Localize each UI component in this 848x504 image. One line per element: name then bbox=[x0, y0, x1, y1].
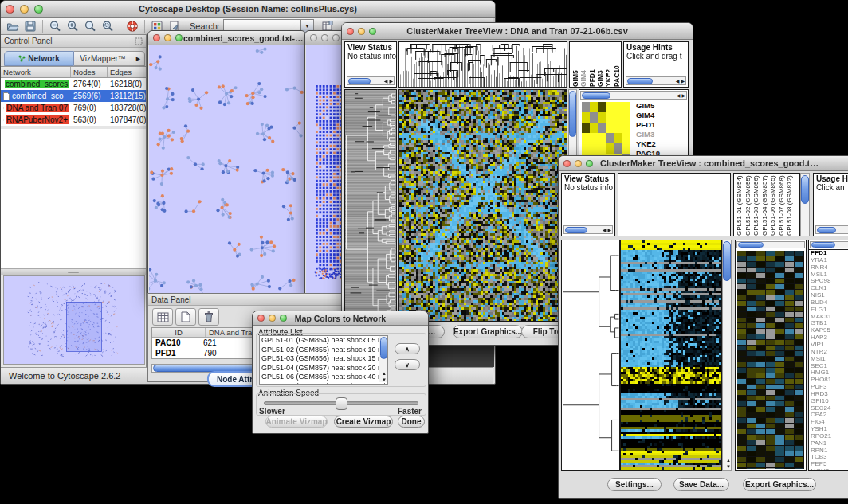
attribute-listbox[interactable]: GPL51-01 (GSM854) heat shock 05 minGPL51… bbox=[259, 335, 388, 385]
tv2-column-label[interactable]: GPL51-03 (GSM856) bbox=[752, 174, 761, 236]
select-attributes-button[interactable] bbox=[152, 308, 173, 326]
scroll-right-icon[interactable]: ▶ bbox=[388, 79, 394, 84]
tv1-gene-hscrollbar[interactable]: ◀ ▶ bbox=[580, 91, 687, 100]
scroll-down-icon[interactable]: ▼ bbox=[725, 464, 732, 469]
tab-network[interactable]: Network bbox=[4, 51, 74, 66]
tv2-column-label[interactable]: GPL51-04 (GSM857) bbox=[761, 174, 770, 236]
tv1-row-dendrogram[interactable] bbox=[344, 89, 397, 322]
tv2-column-dendrogram-area[interactable] bbox=[618, 173, 731, 236]
tv1-gene-label[interactable]: GIM3 bbox=[634, 130, 687, 139]
tv1-column-dendrogram[interactable] bbox=[398, 41, 567, 88]
tv2-heatmap[interactable] bbox=[620, 240, 722, 471]
tv1-column-label[interactable]: PFD1 bbox=[588, 42, 596, 87]
column-header-edges[interactable]: Edges bbox=[108, 67, 146, 77]
birdseye-overview[interactable] bbox=[3, 275, 145, 365]
treeview1-title-bar[interactable]: ClusterMaker TreeView : DNA and Tran 07-… bbox=[342, 23, 693, 40]
tv1-column-label[interactable]: GIM5 bbox=[571, 42, 579, 87]
tv2-export-graphics-button[interactable]: Export Graphics... bbox=[743, 478, 816, 491]
tv1-export-graphics-button[interactable]: Export Graphics... bbox=[453, 325, 523, 338]
tv2-settings-button[interactable]: Settings... bbox=[607, 478, 662, 491]
tv2-column-label[interactable]: GPL51-01 (GSM854) bbox=[736, 174, 744, 236]
minimize-icon[interactable] bbox=[321, 34, 328, 41]
scrollbar-thumb[interactable] bbox=[569, 91, 576, 137]
help-button[interactable] bbox=[124, 18, 141, 33]
tab-vizmapper[interactable]: VizMapper™ bbox=[74, 51, 132, 66]
close-icon[interactable] bbox=[310, 34, 317, 41]
scrollbar-thumb[interactable] bbox=[801, 175, 809, 204]
scrollbar-thumb[interactable] bbox=[348, 78, 371, 84]
tv2-hints-hscrollbar[interactable] bbox=[815, 225, 848, 234]
tv2-gene-hscrollbar[interactable] bbox=[810, 241, 848, 248]
done-button[interactable]: Done bbox=[398, 416, 425, 428]
panel-splitter[interactable] bbox=[1, 268, 146, 275]
tv2-column-label[interactable]: GPL51-08 (GSM872) bbox=[786, 174, 795, 236]
network-table-row[interactable]: DNA and Tran 07769(0)183728(0) bbox=[1, 102, 146, 114]
tv2-heatmap-vscrollbar[interactable]: ▲ ▼ bbox=[722, 240, 732, 471]
tv1-gene-label[interactable]: GIM4 bbox=[634, 111, 687, 120]
slider-thumb[interactable] bbox=[336, 397, 347, 410]
scroll-left-icon[interactable]: ◀ bbox=[676, 93, 681, 98]
zoom-in-button[interactable] bbox=[64, 18, 81, 33]
main-title-bar[interactable]: Cytoscape Desktop (Session Name: collins… bbox=[1, 1, 495, 18]
tv2-gene-label[interactable]: MON2 bbox=[809, 468, 848, 471]
tv2-save-data-button[interactable]: Save Data... bbox=[673, 478, 729, 491]
tv1-column-label[interactable]: GIM4 bbox=[579, 42, 587, 87]
tv2-column-label[interactable]: GPL51-06 (GSM865) bbox=[769, 174, 778, 236]
column-header-id[interactable]: ID bbox=[152, 328, 206, 337]
move-up-button[interactable]: ∧ bbox=[395, 343, 420, 354]
tv1-column-label[interactable]: YKE2 bbox=[604, 42, 612, 87]
scroll-right-icon[interactable]: ▶ bbox=[681, 93, 686, 98]
scroll-left-icon[interactable]: ◀ bbox=[383, 79, 389, 84]
scroll-up-icon[interactable]: ▲ bbox=[381, 371, 387, 376]
scroll-left-icon[interactable]: ◀ bbox=[675, 79, 681, 84]
attribute-list-item[interactable]: GPL51-07 (GSM868) heat shock 60 min bbox=[260, 382, 387, 385]
scrollbar-thumb[interactable] bbox=[380, 337, 387, 359]
network-graph-canvas[interactable] bbox=[149, 45, 304, 295]
zoom-window-icon[interactable] bbox=[332, 34, 340, 41]
tv1-gene-label[interactable]: PFD1 bbox=[634, 120, 687, 130]
tv2-row-dendrogram[interactable] bbox=[561, 240, 620, 471]
scroll-right-icon[interactable]: ▶ bbox=[680, 79, 685, 84]
network-view-title-bar[interactable]: combined_scores_good.txt--cluste... bbox=[148, 31, 305, 45]
tv1-status-hscrollbar[interactable]: ◀ ▶ bbox=[347, 76, 395, 85]
column-header-nodes[interactable]: Nodes bbox=[71, 67, 108, 77]
float-panel-icon[interactable] bbox=[135, 37, 143, 45]
scrollbar-thumb[interactable] bbox=[723, 241, 731, 281]
scrollbar-thumb[interactable] bbox=[582, 92, 610, 99]
scrollbar-thumb[interactable] bbox=[738, 242, 764, 248]
tv1-gene-label[interactable]: YKE2 bbox=[634, 139, 687, 149]
attribute-list-item[interactable]: GPL51-04 (GSM857) heat shock 20 min bbox=[260, 364, 387, 373]
network-table-row[interactable]: combined_scores2764(0)16218(0) bbox=[1, 78, 146, 90]
delete-attribute-button[interactable] bbox=[198, 308, 219, 326]
network-table-row[interactable]: RNAPuberNov2+563(0)107847(0) bbox=[1, 114, 146, 126]
animation-speed-slider[interactable] bbox=[264, 401, 418, 405]
zoom-out-button[interactable] bbox=[46, 18, 64, 33]
tv1-heatmap[interactable] bbox=[398, 89, 567, 322]
dialog-title-bar[interactable]: Map Colors to Network bbox=[253, 311, 428, 326]
tv1-hints-hscrollbar[interactable]: ◀ ▶ bbox=[626, 76, 686, 85]
scroll-down-icon[interactable]: ▼ bbox=[381, 377, 387, 382]
attribute-list-item[interactable]: GPL51-06 (GSM865) heat shock 40 min bbox=[260, 373, 387, 382]
column-header-network[interactable]: Network bbox=[1, 67, 71, 77]
create-vizmap-button[interactable]: Create Vizmap bbox=[334, 416, 393, 428]
attribute-list-item[interactable]: GPL51-01 (GSM854) heat shock 05 min bbox=[260, 336, 387, 346]
tv2-zoom-hscrollbar[interactable] bbox=[736, 241, 805, 248]
tv2-status-hscrollbar[interactable]: ◀ ▶ bbox=[563, 225, 613, 234]
open-session-button[interactable] bbox=[4, 18, 22, 33]
tab-overflow-button[interactable]: ▶ bbox=[132, 51, 145, 66]
scrollbar-thumb[interactable] bbox=[627, 78, 653, 84]
scroll-left-icon[interactable]: ◀ bbox=[602, 228, 607, 232]
attribute-list-item[interactable]: GPL51-02 (GSM855) heat shock 10 min bbox=[260, 346, 387, 355]
scrollbar-thumb[interactable] bbox=[811, 242, 835, 248]
save-session-button[interactable] bbox=[22, 18, 39, 33]
zoom-fit-button[interactable] bbox=[99, 18, 116, 33]
treeview2-title-bar[interactable]: ClusterMaker TreeView : combined_scores_… bbox=[559, 156, 848, 171]
tv2-column-label[interactable]: GPL51-02 (GSM855) bbox=[744, 174, 753, 236]
scroll-up-icon[interactable]: ▲ bbox=[725, 458, 732, 463]
animate-vizmap-button[interactable]: Animate Vizmap bbox=[265, 416, 328, 428]
scroll-right-icon[interactable]: ▶ bbox=[607, 228, 612, 232]
move-down-button[interactable]: ∨ bbox=[395, 359, 420, 370]
tv1-column-label[interactable]: PAC10 bbox=[613, 42, 621, 87]
tv1-column-label[interactable]: GIM3 bbox=[596, 42, 604, 87]
scrollbar-thumb[interactable] bbox=[565, 227, 587, 233]
